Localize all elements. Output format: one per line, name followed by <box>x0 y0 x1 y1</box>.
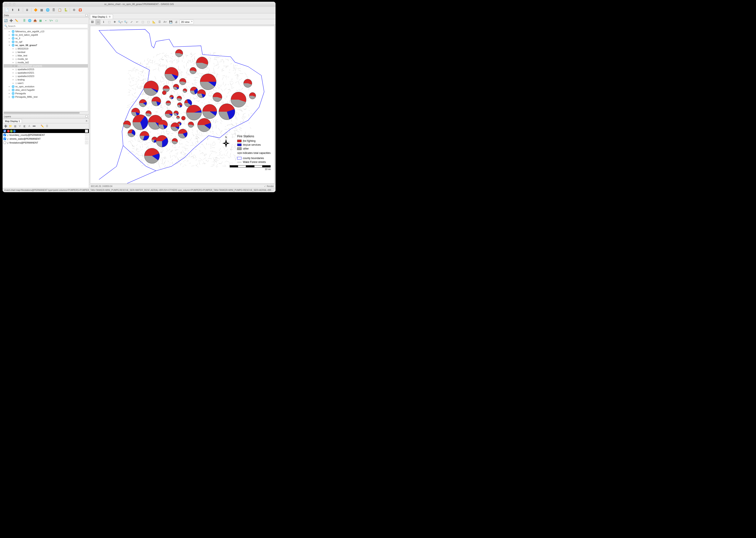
add-group-icon[interactable]: 📁 <box>8 124 13 128</box>
tree-scrollbar[interactable] <box>3 112 88 114</box>
tree-item[interactable]: ▸🌐nc_spf <box>4 40 88 43</box>
tree-item[interactable]: ▸⌸spatialtech2015 <box>4 68 88 71</box>
vector-add-icon[interactable]: V+ <box>49 18 54 23</box>
zoom-last-icon[interactable]: ↩ <box>135 20 139 24</box>
overlay-icon[interactable]: ☲ <box>157 20 162 24</box>
layer-row[interactable]: ⋁firestations@PERMANENT⋮ <box>3 141 89 145</box>
grid-tool-icon[interactable]: ▦ <box>39 8 44 12</box>
add-text-icon[interactable]: A+ <box>163 20 168 24</box>
tree-item[interactable]: ▸⌸modis_lst <box>4 57 88 61</box>
layer-options-button[interactable]: ⋮ <box>85 134 88 136</box>
tree-item[interactable]: ▸🌐nc_kml_latlon_wgs84 <box>4 33 88 36</box>
edit-layer-icon[interactable]: ✏️ <box>40 124 44 128</box>
layer-options-button[interactable]: ⋮ <box>85 137 88 140</box>
undock-button[interactable] <box>85 115 87 118</box>
map-display-tab[interactable]: Map Display 1 ⊗ <box>90 14 113 19</box>
save-display-icon[interactable]: 💾 <box>168 20 173 24</box>
tree-item[interactable]: ▸⌸user1 <box>4 81 88 85</box>
print-icon[interactable]: 🖨 <box>174 20 179 24</box>
other-icon[interactable]: ◻ <box>54 18 59 23</box>
close-map-tab-icon[interactable]: ⊗ <box>109 15 111 18</box>
add-raster-layer-icon[interactable]: ▦ <box>13 124 17 128</box>
edit-icon[interactable]: ✏️ <box>14 18 19 23</box>
layer-visibility-checkbox[interactable] <box>3 134 6 136</box>
point-icon[interactable]: ▪ <box>43 18 48 23</box>
tree-item[interactable]: ▸⌸spatialtech2023 <box>4 75 88 78</box>
zoom-in-icon[interactable]: 🔍+ <box>118 20 123 24</box>
data-tree[interactable]: ▸🌐NAmerica_utm_wgs84_z13▸🌐nc_kml_latlon_… <box>3 29 88 111</box>
undock-button[interactable] <box>85 14 87 16</box>
tree-item[interactable]: ▸🌐NAmerica_utm_wgs84_z13 <box>4 30 88 33</box>
tree-item[interactable]: ▸⌸spatialtech2021 <box>4 71 88 75</box>
add-vector-layer-icon[interactable]: V <box>18 124 22 128</box>
tree-item[interactable]: ▸🌐Penaguila <box>4 92 88 95</box>
search-input[interactable] <box>3 24 88 28</box>
layer-visibility-checkbox[interactable] <box>3 130 6 133</box>
select-icon[interactable]: ⬚ <box>107 20 112 24</box>
analyze-icon[interactable]: 📐 <box>151 20 156 24</box>
layer-list[interactable]: 🔴🟢🔵⋮⋁boundary_county@PERMANENT⋮⋁streets_… <box>3 129 89 188</box>
close-tab-icon[interactable]: ✕ <box>85 120 87 123</box>
layer-icon[interactable]: ▦ <box>38 18 43 23</box>
tree-item[interactable]: ▸🌐Penaguila_MML_test <box>4 95 88 99</box>
add-overlay-icon[interactable]: ◧ <box>23 124 27 128</box>
layer-visibility-checkbox[interactable] <box>3 137 6 140</box>
zoom-window-button[interactable] <box>13 3 15 5</box>
db-tool-icon[interactable]: 🗄 <box>51 8 56 12</box>
layer-options-button[interactable]: ⋮ <box>85 141 88 144</box>
tree-item[interactable]: ▾🌐nc_spm_08_grass7 <box>4 43 88 47</box>
add-vector-icon[interactable]: 🌐 <box>27 18 32 23</box>
firestation-pie <box>181 116 186 120</box>
query-icon[interactable]: ℹ <box>101 20 106 24</box>
tree-item[interactable]: ▸🌐nc_ll <box>4 36 88 40</box>
add-layer-icon[interactable]: ➕ <box>3 124 8 128</box>
tree-item[interactable]: ▸⌸landsat <box>4 50 88 54</box>
minimize-window-button[interactable] <box>9 3 11 5</box>
import-icon[interactable]: 📥 <box>33 18 37 23</box>
new-file-icon[interactable]: 📄 <box>4 8 9 12</box>
vector-tool-icon[interactable]: 🌐 <box>45 8 50 12</box>
add-label-icon[interactable]: A <box>27 124 31 128</box>
zoom-region-icon[interactable]: ⬚ <box>140 20 145 24</box>
help-icon[interactable]: 🛟 <box>78 8 82 12</box>
python-icon[interactable]: 🐍 <box>63 8 68 12</box>
layer-table-icon[interactable]: ☰ <box>45 124 49 128</box>
add-raster-icon[interactable]: 🗄 <box>22 18 27 23</box>
save-file-icon[interactable]: ⬇ <box>16 8 21 12</box>
layer-options-button[interactable]: ⋮ <box>85 130 88 133</box>
zoom-extent-icon[interactable]: ⤢ <box>129 20 134 24</box>
tree-item[interactable]: ▸🌐nc_spm_evolution <box>4 85 88 88</box>
zoom-saved-icon[interactable]: ⬚ <box>146 20 151 24</box>
render-map-icon[interactable]: 🖼 <box>90 20 95 24</box>
layers-tab[interactable]: Map Display 1 <box>3 119 22 123</box>
map-canvas[interactable]: Fire Stations fire fightingrescue servic… <box>90 26 275 184</box>
add-db-icon[interactable]: ➕ <box>9 18 14 23</box>
layer-row[interactable]: ⋁streets_wake@PERMANENT⋮ <box>3 137 89 141</box>
tree-item[interactable]: ▸⌸IASS2019 <box>4 47 88 50</box>
tree-item[interactable]: ▸⌸PERMANENT (current) <box>4 64 88 68</box>
map-status-bar: 601145.26; 243859.04 ✓Render <box>89 185 276 188</box>
script-tool-icon[interactable]: 📋 <box>57 8 62 12</box>
legend-size-note: size indicates total capacities <box>237 151 271 155</box>
remove-layer-icon[interactable]: ➖ <box>32 124 36 128</box>
render-check-icon[interactable]: ✓ <box>264 185 266 188</box>
tree-item[interactable]: ▸⌸lidar_test <box>4 54 88 57</box>
tree-item[interactable]: ▸⌸testing <box>4 78 88 81</box>
view-mode-select[interactable]: 2D view <box>180 20 194 24</box>
tree-item[interactable]: ▸⌸modis_lst2 <box>4 61 88 64</box>
pan-icon[interactable]: ✥ <box>112 20 117 24</box>
layer-row[interactable]: 🔴🟢🔵⋮ <box>3 129 89 133</box>
layer-visibility-checkbox[interactable] <box>3 141 6 144</box>
layer-row[interactable]: ⋁boundary_county@PERMANENT⋮ <box>3 133 89 137</box>
zoom-out-icon[interactable]: 🔍- <box>124 20 128 24</box>
tree-item[interactable]: ▸🌐ohio_utm17wgs84 <box>4 88 88 92</box>
firestation-pie <box>186 105 202 120</box>
settings-icon[interactable]: ⚙ <box>72 8 77 12</box>
layers-toolbar: ➕ 📁 ▦ V ◧ A ➖ ✏️ ☰ <box>3 123 89 129</box>
close-window-button[interactable] <box>5 3 7 5</box>
pointer-icon[interactable]: ▭ <box>95 20 100 24</box>
refresh-icon[interactable]: 🔄 <box>3 18 8 23</box>
workspace-icon[interactable]: 🖥 <box>25 8 29 12</box>
raster-tool-icon[interactable]: 🔶 <box>33 8 38 12</box>
open-file-icon[interactable]: ⬆ <box>10 8 15 12</box>
